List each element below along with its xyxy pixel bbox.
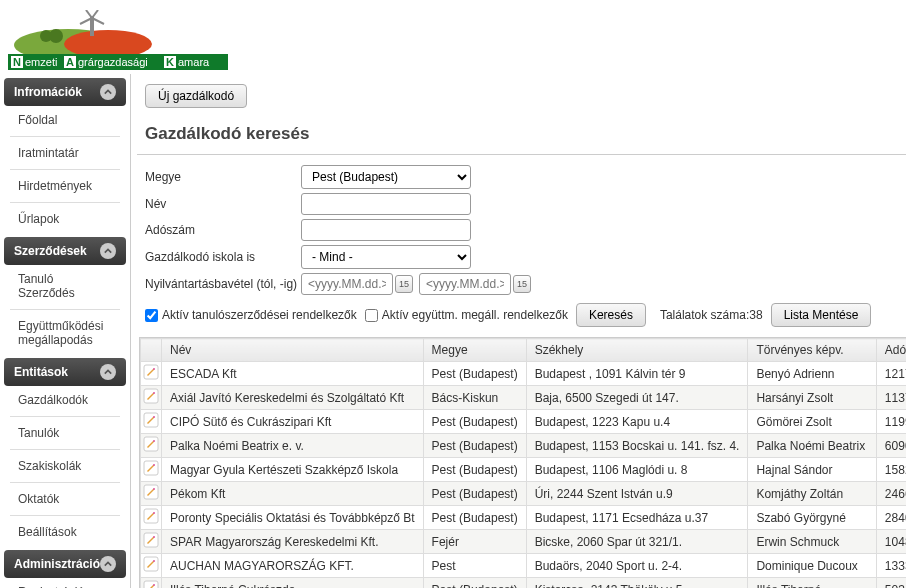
active-coop-label: Aktív együttm. megáll. rendelkezők [382,308,568,322]
sidebar-item[interactable]: Tanuló Szerződés [4,265,126,307]
svg-text:N: N [13,56,21,68]
table-cell: 50313118-2-33 [876,578,906,589]
results-count-label: Találatok száma:38 [660,308,763,322]
calendar-icon[interactable]: 15 [395,275,413,293]
table-cell: 24669164-2-13 [876,482,906,506]
table-cell: 12173196-2-43 [876,362,906,386]
table-cell: Illés Tiborné [748,578,876,589]
sidebar-item[interactable]: Beállítások [4,518,126,546]
active-coop-checkbox-group[interactable]: Aktív együttm. megáll. rendelkezők [365,308,568,322]
active-student-checkbox-group[interactable]: Aktív tanulószerződései rendelkezők [145,308,357,322]
chevron-up-icon [100,364,116,380]
edit-icon[interactable] [141,530,162,554]
svg-rect-28 [144,581,158,588]
table-cell: Pest (Budapest) [423,362,526,386]
county-select[interactable]: Pest (Budapest) [301,165,471,189]
edit-icon[interactable] [141,482,162,506]
table-cell: Palka Noémi Beatrix [748,434,876,458]
table-header[interactable] [141,339,162,362]
sidebar-item[interactable]: Szakiskolák [4,452,126,480]
table-header[interactable]: Megye [423,339,526,362]
edit-icon[interactable] [141,386,162,410]
edit-icon[interactable] [141,578,162,589]
table-cell: Bicske, 2060 Spar út 321/1. [526,530,748,554]
date-from-input[interactable] [301,273,393,295]
table-cell: Budaörs, 2040 Sport u. 2-4. [526,554,748,578]
table-cell: Pest (Budapest) [423,482,526,506]
sidebar-item[interactable]: Hirdetmények [4,172,126,200]
divider [10,416,120,417]
sidebar-section-title: Entitások [14,365,68,379]
school-select[interactable]: - Mind - [301,245,471,269]
table-cell: Pest (Budapest) [423,506,526,530]
divider [10,449,120,450]
search-button[interactable]: Keresés [576,303,646,327]
calendar-icon[interactable]: 15 [513,275,531,293]
table-cell: Kistarcsa, 2143 Thököly u.5 [526,578,748,589]
sidebar-section-header[interactable]: Infromációk [4,78,126,106]
edit-icon[interactable] [141,362,162,386]
edit-icon[interactable] [141,434,162,458]
edit-icon[interactable] [141,410,162,434]
table-row[interactable]: Poronty Speciális Oktatási és Továbbképz… [141,506,906,530]
sidebar-item[interactable]: Gazdálkodók [4,386,126,414]
table-row[interactable]: Illés Tiborné CukrászdaPest (Budapest)Ki… [141,578,906,589]
sidebar-section-header[interactable]: Entitások [4,358,126,386]
county-label: Megye [145,170,301,184]
edit-icon[interactable] [141,458,162,482]
date-to-input[interactable] [419,273,511,295]
active-student-checkbox[interactable] [145,309,158,322]
table-row[interactable]: Axiál Javító Kereskedelmi és Szolgáltató… [141,386,906,410]
table-cell: 13338037-2-44 [876,554,906,578]
table-cell: Budapest, 1223 Kapu u.4 [526,410,748,434]
table-row[interactable]: SPAR Magyarország Kereskedelmi Kft.Fejér… [141,530,906,554]
edit-icon[interactable] [141,506,162,530]
sidebar-item[interactable]: Oktatók [4,485,126,513]
table-cell: Budapest, 1106 Maglódi u. 8 [526,458,748,482]
table-cell: Pest (Budapest) [423,434,526,458]
save-list-button[interactable]: Lista Mentése [771,303,872,327]
table-cell: 11376956-2-03 [876,386,906,410]
table-cell: Pest (Budapest) [423,410,526,434]
table-cell: Budapest , 1091 Kálvin tér 9 [526,362,748,386]
svg-line-7 [86,10,92,18]
school-label: Gazdálkodó iskola is [145,250,301,264]
sidebar-item[interactable]: Főoldal [4,106,126,134]
table-cell: Baja, 6500 Szegedi út 147. [526,386,748,410]
edit-icon[interactable] [141,554,162,578]
sidebar-section-title: Szerződések [14,244,87,258]
table-cell: 60902142-2-42 [876,434,906,458]
sidebar-item[interactable]: Regisztráció [4,578,126,588]
name-input[interactable] [301,193,471,215]
table-row[interactable]: Magyar Gyula Kertészeti Szakképző Iskola… [141,458,906,482]
chevron-up-icon [100,243,116,259]
table-row[interactable]: Pékom KftPest (Budapest)Úri, 2244 Szent … [141,482,906,506]
table-header[interactable]: Név [162,339,424,362]
table-row[interactable]: AUCHAN MAGYARORSZÁG KFT.PestBudaörs, 204… [141,554,906,578]
sidebar-item[interactable]: Űrlapok [4,205,126,233]
chevron-up-icon [100,84,116,100]
table-header[interactable]: Adószám [876,339,906,362]
sidebar-item[interactable]: Tanulók [4,419,126,447]
svg-text:amara: amara [178,56,210,68]
table-row[interactable]: Palka Noémi Beatrix e. v.Pest (Budapest)… [141,434,906,458]
table-cell: Komjáthy Zoltán [748,482,876,506]
table-cell: CIPÓ Sütő és Cukrászipari Kft [162,410,424,434]
table-row[interactable]: ESCADA KftPest (Budapest)Budapest , 1091… [141,362,906,386]
table-row[interactable]: CIPÓ Sütő és Cukrászipari KftPest (Budap… [141,410,906,434]
table-header[interactable]: Székhely [526,339,748,362]
sidebar-item[interactable]: Együttműködési megállapodás [4,312,126,354]
sidebar-section-header[interactable]: Szerződések [4,237,126,265]
table-cell: Poronty Speciális Oktatási és Továbbképz… [162,506,424,530]
new-farmer-button[interactable]: Új gazdálkodó [145,84,247,108]
sidebar-item[interactable]: Iratmintatár [4,139,126,167]
table-cell: 28407788-2-42 [876,506,906,530]
table-cell: Pest (Budapest) [423,578,526,589]
table-cell: Benyó Adrienn [748,362,876,386]
sidebar-section-header[interactable]: Adminisztráció [4,550,126,578]
table-header[interactable]: Törvényes képv. [748,339,876,362]
active-coop-checkbox[interactable] [365,309,378,322]
table-cell: Harsányi Zsolt [748,386,876,410]
table-cell: Úri, 2244 Szent István u.9 [526,482,748,506]
tax-input[interactable] [301,219,471,241]
